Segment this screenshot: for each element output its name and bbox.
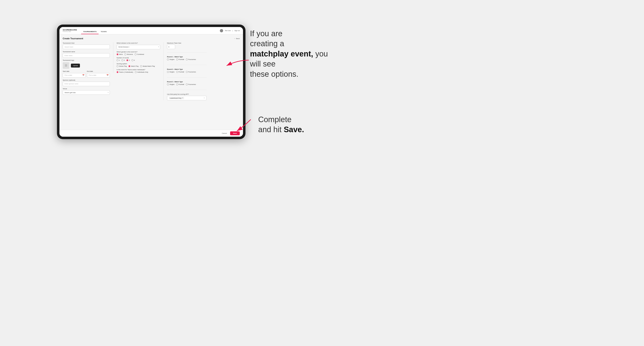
third-party-label: Use third-party live scoring API? xyxy=(167,93,206,95)
gender-group: Which gender is the event for? Mens Wome… xyxy=(116,51,160,55)
round1-fourball-radio[interactable] xyxy=(176,58,178,60)
teams-teams-radio[interactable] xyxy=(116,71,118,73)
division-select[interactable]: NCAA Division I xyxy=(116,45,160,49)
gender-womens-radio[interactable] xyxy=(124,53,126,55)
tournament-name-label: Tournament name xyxy=(63,51,110,53)
round-4-radio[interactable] xyxy=(132,59,134,61)
round-3-radio[interactable] xyxy=(126,59,128,61)
round-1[interactable]: 1 xyxy=(116,59,120,61)
scoring-medal[interactable]: Medal Match Play xyxy=(140,65,155,67)
teams-individuals[interactable]: Individuals Only xyxy=(135,71,148,73)
scoring-stroke[interactable]: Stroke Play xyxy=(116,65,127,67)
round2-singles-label: Singles xyxy=(170,71,174,73)
gender-combined-radio[interactable] xyxy=(134,53,136,55)
round1-label: Round 1 - Match Type xyxy=(167,56,206,58)
sponsor-input[interactable] xyxy=(63,82,110,86)
tablet-frame: SCOREBOARD Powered by clippit TOURNAMENT… xyxy=(57,24,246,139)
calendar-icon: 📅 xyxy=(82,74,84,76)
tournament-name-input[interactable] xyxy=(63,53,110,58)
round3-foursomes-label: Foursomes xyxy=(188,83,196,85)
round-1-radio[interactable] xyxy=(116,59,118,61)
signout-link[interactable]: Sign out xyxy=(234,30,240,31)
gender-womens[interactable]: Womens xyxy=(124,53,133,55)
cancel-button[interactable]: Cancel xyxy=(220,132,228,135)
divider-4 xyxy=(167,90,206,90)
scoring-stroke-radio[interactable] xyxy=(116,65,118,67)
teams-radio-group: Teams (+Individuals) Individuals Only xyxy=(116,71,160,73)
annotation-1: If you arecreating amatchplay event, you… xyxy=(250,29,352,79)
round2-singles-radio[interactable] xyxy=(167,71,169,73)
tab-tournaments[interactable]: TOURNAMENTS xyxy=(81,31,98,34)
dropdown-chevron-icon: ▾ xyxy=(204,97,205,99)
tournament-name-group: Tournament name xyxy=(63,51,110,58)
tournament-host-input[interactable] xyxy=(63,45,110,49)
teams-teams[interactable]: Teams (+Individuals) xyxy=(116,71,133,73)
start-date-group: Start date 📅 xyxy=(63,70,86,78)
round2-label: Round 2 - Match Type xyxy=(167,68,206,70)
scoring-medal-label: Medal Match Play xyxy=(142,65,155,67)
round1-fourball-label: Fourball xyxy=(179,58,184,60)
tag-close-icon[interactable]: ✕ xyxy=(182,97,183,99)
round2-foursomes[interactable]: Foursomes xyxy=(186,71,196,73)
round-2[interactable]: 2 xyxy=(122,59,125,61)
separator: | xyxy=(232,30,233,31)
round3-singles-radio[interactable] xyxy=(167,83,169,85)
round-4[interactable]: 4 xyxy=(132,59,135,61)
start-date-wrapper: 📅 xyxy=(63,73,86,78)
max-team-input[interactable] xyxy=(167,45,175,49)
round3-foursomes-radio[interactable] xyxy=(186,83,188,85)
teams-teams-label: Teams (+Individuals) xyxy=(119,71,133,73)
round-4-label: 4 xyxy=(134,59,135,61)
scoring-match-label: Match Play xyxy=(131,65,138,67)
navbar-right: Test User | Sign out xyxy=(220,29,240,32)
round3-fourball[interactable]: Fourball xyxy=(176,83,184,85)
round2-foursomes-radio[interactable] xyxy=(186,71,188,73)
scoring-label: Scoring system xyxy=(116,63,160,65)
round1-singles-radio[interactable] xyxy=(167,58,169,60)
third-party-tag: Leaderboard King ✕ xyxy=(169,97,184,99)
round2-fourball[interactable]: Fourball xyxy=(176,71,184,73)
tournament-host-label: Tournament Host xyxy=(63,42,110,44)
annotation-1-line1: If you arecreating a xyxy=(250,29,284,48)
teams-individuals-radio[interactable] xyxy=(135,71,137,73)
logo-placeholder: 🖼 xyxy=(63,62,69,69)
end-date-group: End date 📅 xyxy=(87,70,110,78)
page-content: Create Tournament ← Back Tournament Host… xyxy=(60,34,243,130)
upload-button[interactable]: Upload xyxy=(71,64,80,67)
scoring-medal-radio[interactable] xyxy=(140,65,142,67)
round2-foursomes-label: Foursomes xyxy=(188,71,196,73)
round-2-label: 2 xyxy=(124,59,125,61)
gender-mens[interactable]: Mens xyxy=(116,53,123,55)
round-3[interactable]: 3 xyxy=(126,59,130,61)
annotation-text-1: If you arecreating amatchplay event, you… xyxy=(250,29,352,79)
end-date-label: End date xyxy=(87,70,110,72)
round1-singles-label: Singles xyxy=(170,58,174,60)
round1-foursomes-radio[interactable] xyxy=(186,58,188,60)
gender-combined[interactable]: Combined xyxy=(134,53,144,55)
gender-combined-label: Combined xyxy=(137,53,144,55)
round-2-radio[interactable] xyxy=(122,59,123,61)
round1-foursomes[interactable]: Foursomes xyxy=(186,58,196,60)
round3-singles[interactable]: Singles xyxy=(167,83,174,85)
annotation-1-bold: matchplay event, xyxy=(250,49,313,58)
round2-fourball-radio[interactable] xyxy=(176,71,178,73)
back-link[interactable]: ← Back xyxy=(234,38,240,39)
round1-fourball[interactable]: Fourball xyxy=(176,58,184,60)
round3-fourball-radio[interactable] xyxy=(176,83,178,85)
round-3-label: 3 xyxy=(129,59,130,61)
scoring-match[interactable]: Match Play xyxy=(128,65,138,67)
round3-label: Round 3 - Match Type xyxy=(167,81,206,83)
round2-singles[interactable]: Singles xyxy=(167,71,174,73)
division-select-wrapper: NCAA Division I xyxy=(116,45,160,49)
venue-group: Venue Search golf club xyxy=(63,88,110,95)
scoring-match-radio[interactable] xyxy=(128,65,130,67)
navbar-brand: SCOREBOARD Powered by clippit xyxy=(63,29,77,32)
third-party-input[interactable]: Leaderboard King ✕ ▾ xyxy=(167,96,206,100)
gender-mens-label: Mens xyxy=(119,53,123,55)
tab-teams[interactable]: TEAMS xyxy=(98,31,109,34)
round1-singles[interactable]: Singles xyxy=(167,58,174,60)
venue-select[interactable]: Search golf club xyxy=(63,90,110,95)
gender-mens-radio[interactable] xyxy=(116,53,118,55)
round3-foursomes[interactable]: Foursomes xyxy=(186,83,196,85)
scoring-radio-group: Stroke Play Match Play Medal Match Play xyxy=(116,65,160,67)
